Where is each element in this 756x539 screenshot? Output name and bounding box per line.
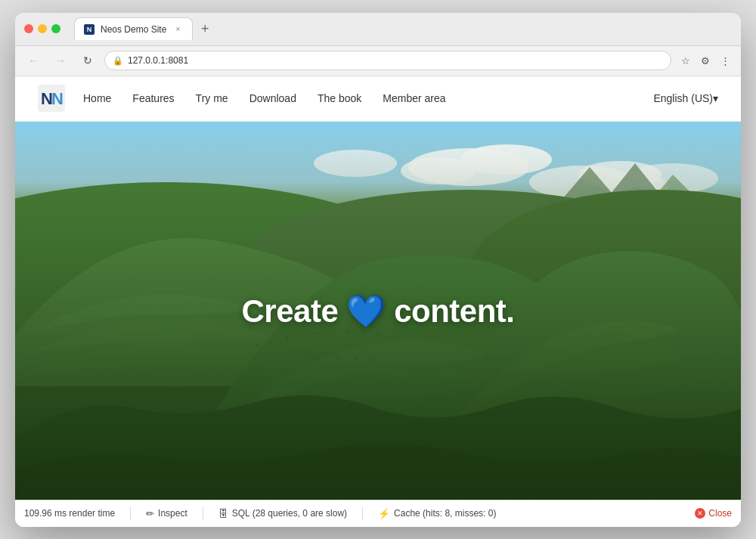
inspect-icon: ✏ — [146, 508, 154, 519]
star-icon[interactable]: ☆ — [677, 52, 694, 69]
browser-tab[interactable]: N Neos Demo Site × — [74, 17, 193, 40]
debug-separator-2 — [203, 506, 203, 520]
forward-button[interactable]: → — [50, 50, 71, 71]
nav-download[interactable]: Download — [249, 92, 296, 104]
sql-icon: 🗄 — [218, 508, 228, 519]
render-time-text: 109.96 ms render time — [24, 508, 115, 519]
debug-separator-1 — [130, 506, 131, 520]
url-text: 127.0.0.1:8081 — [128, 55, 188, 66]
render-time-item: 109.96 ms render time — [24, 508, 115, 519]
nav-member-area[interactable]: Member area — [383, 92, 445, 104]
close-label: Close — [708, 508, 732, 519]
url-bar[interactable]: 🔒 127.0.0.1:8081 — [104, 51, 671, 70]
back-button[interactable]: ← — [23, 50, 44, 71]
cache-item[interactable]: ⚡ Cache (hits: 8, misses: 0) — [378, 508, 496, 519]
debug-separator-3 — [362, 506, 363, 520]
nav-the-book[interactable]: The book — [318, 92, 361, 104]
hero-text-before: Create — [242, 293, 339, 328]
website-content: N N Home Features Try me Download The bo… — [15, 76, 741, 527]
tab-bar: N Neos Demo Site × + — [74, 17, 214, 40]
hero-section: Create 💙 content. — [15, 122, 741, 500]
hero-text-after: content. — [394, 293, 514, 328]
tab-favicon: N — [84, 24, 94, 35]
close-button[interactable] — [24, 24, 33, 33]
cache-label: Cache (hits: 8, misses: 0) — [394, 508, 496, 519]
close-dot-icon: ✕ — [695, 508, 705, 519]
browser-window: N Neos Demo Site × + ← → ↻ 🔒 127.0.0.1:8… — [15, 13, 741, 527]
language-selector[interactable]: English (US)▾ — [653, 92, 718, 104]
inspect-label: Inspect — [158, 508, 187, 519]
hero-headline: Create 💙 content. — [242, 292, 515, 329]
reload-button[interactable]: ↻ — [77, 50, 98, 71]
tab-close-button[interactable]: × — [172, 24, 183, 35]
sql-item[interactable]: 🗄 SQL (28 queries, 0 are slow) — [218, 508, 347, 519]
nav-try-me[interactable]: Try me — [196, 92, 228, 104]
inspect-item[interactable]: ✏ Inspect — [146, 508, 187, 519]
lock-icon: 🔒 — [113, 56, 123, 66]
debug-bar: 109.96 ms render time ✏ Inspect 🗄 SQL (2… — [15, 500, 741, 527]
maximize-button[interactable] — [51, 24, 60, 33]
hero-text: Create 💙 content. — [242, 292, 515, 329]
toolbar-icons: ☆ ⚙ ⋮ — [677, 52, 733, 69]
nav-features[interactable]: Features — [132, 92, 174, 104]
nav-links: Home Features Try me Download The book M… — [83, 92, 653, 104]
extensions-icon[interactable]: ⚙ — [697, 52, 714, 69]
debug-close-button[interactable]: ✕ Close — [695, 508, 732, 519]
new-tab-button[interactable]: + — [196, 20, 214, 38]
site-logo: N N — [38, 85, 65, 112]
cache-icon: ⚡ — [378, 508, 390, 519]
browser-menu-icon[interactable]: ⋮ — [717, 52, 733, 69]
hero-emoji: 💙 — [346, 293, 386, 328]
nav-right: English (US)▾ — [653, 92, 718, 104]
nav-home[interactable]: Home — [83, 92, 111, 104]
address-bar: ← → ↻ 🔒 127.0.0.1:8081 ☆ ⚙ ⋮ — [15, 46, 741, 76]
traffic-lights — [24, 24, 60, 33]
site-nav: N N Home Features Try me Download The bo… — [15, 76, 741, 122]
minimize-button[interactable] — [38, 24, 47, 33]
title-bar: N Neos Demo Site × + — [15, 13, 741, 46]
svg-text:N: N — [51, 89, 64, 108]
sql-label: SQL (28 queries, 0 are slow) — [232, 508, 347, 519]
tab-title: Neos Demo Site — [101, 24, 166, 35]
